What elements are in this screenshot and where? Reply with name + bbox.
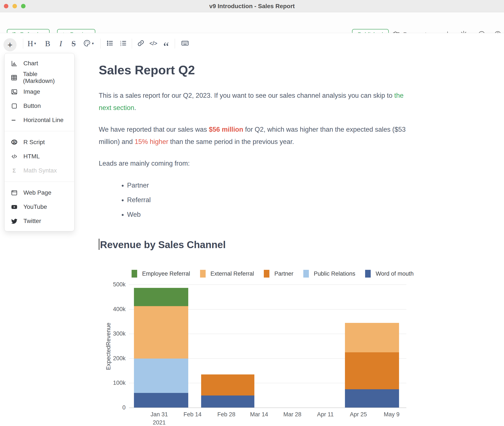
italic-icon: I bbox=[59, 39, 62, 48]
menu-divider bbox=[5, 182, 74, 182]
gridline bbox=[129, 309, 406, 310]
table-icon bbox=[10, 74, 18, 81]
percent-highlight: 15% higher bbox=[135, 138, 168, 145]
ordered-list-button[interactable]: 123 bbox=[120, 33, 127, 54]
keyboard-shortcuts-button[interactable] bbox=[181, 33, 189, 54]
gridline bbox=[129, 383, 406, 383]
twitter-icon bbox=[10, 218, 18, 225]
legend-label: Partner bbox=[274, 270, 293, 277]
link-button[interactable] bbox=[137, 33, 145, 54]
legend-label: Employee Referral bbox=[142, 270, 190, 277]
menu-item-r-script[interactable]: RR Script bbox=[5, 135, 74, 149]
x-axis-tick-label: May 9 bbox=[377, 411, 407, 418]
menu-item-label: Math Syntax bbox=[23, 167, 57, 174]
section-title: Revenue by Sales Channel bbox=[99, 239, 412, 250]
insert-block-menu: ChartTable (Markdown)ImageButtonHorizont… bbox=[4, 53, 75, 231]
menu-item-label: HTML bbox=[23, 153, 40, 160]
html-icon bbox=[10, 153, 18, 160]
toolbar-divider bbox=[100, 39, 101, 49]
legend-entry-public-relations[interactable]: Public Relations bbox=[303, 270, 355, 277]
menu-item-button[interactable]: Button bbox=[5, 99, 74, 113]
keyboard-icon bbox=[181, 39, 189, 48]
menu-item-horizontal-line[interactable]: Horizontal Line bbox=[5, 113, 74, 127]
youtube-icon bbox=[10, 203, 18, 211]
x-axis-tick-label: Feb 14 bbox=[178, 411, 207, 418]
paragraph-sales: We have reported that our sales was $56 … bbox=[99, 123, 412, 148]
blockquote-button[interactable]: “ bbox=[163, 33, 169, 54]
close-window-button[interactable] bbox=[4, 4, 8, 8]
toolbar-divider bbox=[132, 39, 132, 49]
chart-legend: Employee ReferralExternal ReferralPartne… bbox=[131, 270, 414, 277]
menu-item-label: Table (Markdown) bbox=[23, 71, 69, 85]
menu-item-twitter[interactable]: Twitter bbox=[5, 214, 74, 228]
bar-segment-word-of-mouth bbox=[345, 389, 399, 408]
bar-segment-word-of-mouth bbox=[201, 396, 254, 408]
minimize-window-button[interactable] bbox=[13, 4, 17, 8]
bar-segment-external-referral bbox=[345, 323, 399, 353]
heading-style-button[interactable]: H ▾ bbox=[28, 33, 36, 54]
chevron-down-icon: ▾ bbox=[92, 41, 94, 46]
y-axis-title: ExpectedRevenue bbox=[105, 323, 112, 370]
document-editor[interactable]: Sales Report Q2 This is a sales report f… bbox=[99, 64, 412, 250]
menu-item-label: Image bbox=[23, 88, 40, 95]
action-toolbar: Refresh ▾ Preview Published Parameter bbox=[0, 12, 504, 33]
chevron-down-icon: ▾ bbox=[34, 41, 36, 46]
r-script-icon: R bbox=[10, 139, 18, 146]
svg-text:R: R bbox=[13, 140, 16, 145]
gridline bbox=[129, 284, 406, 285]
legend-label: Public Relations bbox=[314, 270, 355, 277]
x-axis-tick-label: Apr 25 bbox=[343, 411, 373, 418]
chart-icon bbox=[10, 60, 18, 67]
y-axis-tick-label: 500k bbox=[104, 281, 125, 288]
bar-segment-external-referral bbox=[134, 306, 188, 359]
list-item: Web bbox=[127, 210, 412, 219]
bar-segment-employee-referral bbox=[134, 288, 188, 306]
bold-button[interactable]: B bbox=[45, 33, 50, 54]
menu-item-image[interactable]: Image bbox=[5, 85, 74, 99]
x-axis-tick-label: Mar 28 bbox=[277, 411, 307, 418]
menu-item-label: Web Page bbox=[23, 189, 51, 196]
gridline bbox=[129, 358, 406, 359]
page-title: Sales Report Q2 bbox=[99, 64, 412, 77]
legend-entry-external-referral[interactable]: External Referral bbox=[200, 270, 254, 277]
menu-item-web-page[interactable]: Web Page bbox=[5, 186, 74, 200]
italic-button[interactable]: I bbox=[59, 33, 62, 54]
menu-item-label: YouTube bbox=[23, 203, 47, 210]
y-axis-tick-label: 0 bbox=[104, 404, 125, 411]
menu-item-html[interactable]: HTML bbox=[5, 149, 74, 163]
x-axis-tick-label: Jan 31 bbox=[144, 411, 174, 418]
menu-item-chart[interactable]: Chart bbox=[5, 56, 74, 71]
bold-icon: B bbox=[45, 39, 50, 48]
paragraph-leads: Leads are mainly coming from: bbox=[99, 157, 412, 170]
menu-item-label: Chart bbox=[23, 60, 38, 67]
menu-item-youtube[interactable]: YouTube bbox=[5, 200, 74, 214]
code-button[interactable]: </> bbox=[149, 33, 157, 54]
menu-item-table-markdown[interactable]: Table (Markdown) bbox=[5, 71, 74, 85]
legend-entry-word-of-mouth[interactable]: Word of mouth bbox=[365, 270, 414, 277]
list-item: Partner bbox=[127, 181, 412, 190]
legend-entry-partner[interactable]: Partner bbox=[264, 270, 293, 277]
legend-color-chip bbox=[365, 270, 371, 277]
window-title: v9 Introduction - Sales Report bbox=[0, 0, 504, 12]
formatting-toolbar: H ▾ B I S ▾ 123 </> “ bbox=[0, 33, 504, 54]
ordered-list-icon: 123 bbox=[120, 40, 127, 48]
bullet-list-button[interactable] bbox=[106, 33, 114, 54]
y-axis-tick-label: 100k bbox=[104, 380, 125, 386]
insert-block-button[interactable]: + bbox=[3, 38, 17, 51]
legend-label: Word of mouth bbox=[376, 270, 414, 277]
maximize-window-button[interactable] bbox=[21, 4, 26, 8]
x-axis-tick-label: Feb 28 bbox=[211, 411, 241, 418]
menu-divider bbox=[5, 131, 74, 131]
text-color-button[interactable]: ▾ bbox=[83, 33, 94, 54]
toolbar-divider bbox=[23, 39, 23, 49]
horizontal-line-icon bbox=[10, 117, 18, 124]
legend-label: External Referral bbox=[211, 270, 254, 277]
paragraph-text: . bbox=[134, 104, 136, 112]
bar-segment-partner bbox=[345, 352, 399, 389]
legend-color-chip bbox=[131, 270, 137, 277]
quote-icon: “ bbox=[163, 38, 169, 49]
strikethrough-button[interactable]: S bbox=[71, 33, 76, 54]
list-item: Referral bbox=[127, 195, 412, 205]
bar-segment-word-of-mouth bbox=[134, 393, 188, 408]
legend-entry-employee-referral[interactable]: Employee Referral bbox=[131, 270, 190, 277]
